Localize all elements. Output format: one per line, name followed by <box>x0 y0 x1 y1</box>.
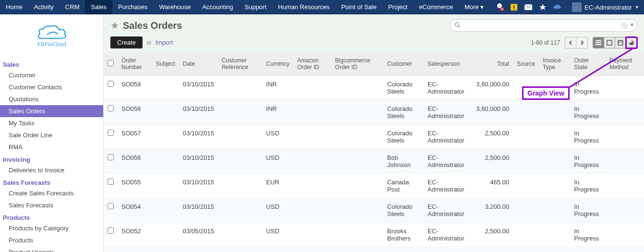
sidebar-heading-sales: Sales <box>0 58 103 69</box>
table-cell <box>331 125 383 149</box>
table-row[interactable]: SO05903/10/2015INRColorado SteelsEC-Admi… <box>104 76 644 100</box>
svg-text:!: ! <box>513 4 515 11</box>
column-header[interactable]: Total <box>472 52 513 76</box>
row-checkbox[interactable] <box>107 105 114 111</box>
column-header[interactable]: Salesperson <box>424 52 472 76</box>
topnav-item-project[interactable]: Project <box>382 0 413 14</box>
topnav-item-sales[interactable]: Sales <box>85 0 112 14</box>
sidebar-item-create-sales-forecasts[interactable]: Create Sales Forecasts <box>0 187 103 199</box>
create-button[interactable]: Create <box>110 36 143 48</box>
topnav-item-purchases[interactable]: Purchases <box>112 0 153 14</box>
sidebar-item-sales-forecasts[interactable]: Sales Forecasts <box>0 199 103 211</box>
table-cell: EC-Administrator <box>424 198 472 223</box>
column-header[interactable]: Customer <box>383 52 424 76</box>
column-header[interactable]: Date <box>179 52 218 76</box>
table-row[interactable]: SO05703/10/2015USDColorado SteelsEC-Admi… <box>104 125 644 149</box>
topnav-item-crm[interactable]: CRM <box>60 0 85 14</box>
pager-next-button[interactable] <box>576 37 588 48</box>
column-header[interactable]: Customer Reference <box>218 52 262 76</box>
table-cell <box>331 223 383 247</box>
row-checkbox[interactable] <box>107 228 114 234</box>
column-header[interactable]: Currency <box>262 52 294 76</box>
row-checkbox[interactable] <box>107 179 114 185</box>
table-cell: 54.05 <box>472 247 513 252</box>
topnav-item-human-resources[interactable]: Human Resources <box>272 0 335 14</box>
sidebar-item-rma[interactable]: RMA <box>0 141 103 153</box>
column-header[interactable]: Amazon Order ID <box>293 52 331 76</box>
table-row[interactable]: SO05503/10/2015EURCanada PostEC-Administ… <box>104 174 644 198</box>
table-row[interactable]: SO05203/05/2015USDBrooks BrothersEC-Admi… <box>104 223 644 247</box>
table-row[interactable]: SO05103/04/2015USDElric BrothersEC-Admin… <box>104 247 644 252</box>
column-header[interactable]: Bigcommerce Order ID <box>331 52 383 76</box>
row-checkbox[interactable] <box>107 130 114 136</box>
user-menu[interactable]: EC-Administrator▼ <box>567 2 644 12</box>
table-row[interactable]: SO05403/10/2015USDColorado SteelsEC-Admi… <box>104 198 644 223</box>
or-text: or <box>146 39 152 46</box>
table-cell <box>539 100 570 125</box>
topnav-item-point-of-sale[interactable]: Point of Sale <box>335 0 382 14</box>
search-dropdown-icon[interactable]: ▼ <box>630 22 634 27</box>
cloud-icon[interactable] <box>552 2 562 12</box>
table-cell: SO057 <box>118 125 152 149</box>
sidebar-item-sales-orders[interactable]: Sales Orders <box>0 105 103 117</box>
select-all-checkbox[interactable] <box>107 60 114 66</box>
topnav-item-warehouse[interactable]: Warehouse <box>153 0 196 14</box>
import-link[interactable]: Import <box>155 39 173 46</box>
table-cell: 2,500.00 <box>472 223 513 247</box>
table-row[interactable]: SO05603/10/2015USDBob JohnsonEC-Administ… <box>104 149 644 174</box>
user-status-icon[interactable] <box>494 2 505 12</box>
svg-rect-10 <box>596 44 601 45</box>
sidebar-item-my-tasks[interactable]: My Tasks <box>0 117 103 129</box>
column-header[interactable]: Payment Method <box>606 52 644 76</box>
topnav-item-support[interactable]: Support <box>239 0 273 14</box>
table-cell: 03/05/2015 <box>179 223 218 247</box>
row-checkbox[interactable] <box>107 203 114 209</box>
table-cell <box>152 198 179 223</box>
topnav-item-accounting[interactable]: Accounting <box>196 0 239 14</box>
pager-prev-button[interactable] <box>565 37 576 48</box>
column-header[interactable]: Invoice Type <box>539 52 570 76</box>
table-cell: 03/10/2015 <box>179 198 218 223</box>
table-cell: EC-Administrator <box>424 223 472 247</box>
star-icon[interactable] <box>537 2 548 12</box>
sidebar-item-deliveries-to-invoice[interactable]: Deliveries to Invoice <box>0 164 103 176</box>
column-header[interactable]: Order State <box>570 52 606 76</box>
favorite-star-icon[interactable]: ★ <box>110 20 119 31</box>
search-input[interactable] <box>450 19 637 32</box>
topnav-item-activity[interactable]: Activity <box>28 0 60 14</box>
table-cell <box>104 247 118 252</box>
sidebar-item-products[interactable]: Products <box>0 234 103 246</box>
view-graph-button[interactable] <box>626 37 637 48</box>
table-cell: Colorado Steels <box>383 198 424 223</box>
mail-icon[interactable] <box>523 2 534 12</box>
sidebar-item-product-variants[interactable]: Product Variants <box>0 246 103 252</box>
column-header[interactable]: Subject <box>152 52 179 76</box>
view-form-button[interactable] <box>604 37 615 48</box>
column-header[interactable] <box>104 52 118 76</box>
table-cell: In Progress <box>570 198 606 223</box>
sidebar-item-quotations[interactable]: Quotations <box>0 93 103 105</box>
table-row[interactable]: SO05803/10/2015INRColorado SteelsEC-Admi… <box>104 100 644 125</box>
column-header[interactable]: Source <box>513 52 539 76</box>
sidebar-item-sale-order-line[interactable]: Sale Order Line <box>0 129 103 141</box>
table-cell <box>218 76 262 100</box>
row-checkbox[interactable] <box>107 154 114 160</box>
topnav-item-ecommerce[interactable]: eCommerce <box>413 0 459 14</box>
sidebar-item-customer-contacts[interactable]: Customer Contacts <box>0 81 103 93</box>
sidebar-item-products-by-category[interactable]: Products by Category <box>0 222 103 234</box>
table-cell <box>293 149 331 174</box>
alert-icon[interactable]: ! <box>509 2 519 12</box>
clear-search-icon[interactable]: ⓧ <box>621 22 628 30</box>
table-cell <box>218 125 262 149</box>
topnav-item-more[interactable]: More ▾ <box>459 0 489 14</box>
table-cell <box>104 198 118 223</box>
table-cell <box>539 125 570 149</box>
table-cell: 03/04/2015 <box>179 247 218 252</box>
topnav-item-home[interactable]: Home <box>0 0 28 14</box>
view-calendar-button[interactable] <box>615 37 626 48</box>
view-list-button[interactable] <box>593 37 604 48</box>
row-checkbox[interactable] <box>107 81 114 87</box>
table-cell <box>539 198 570 223</box>
column-header[interactable]: Order Number <box>118 52 152 76</box>
sidebar-item-customer[interactable]: Customer <box>0 69 103 81</box>
